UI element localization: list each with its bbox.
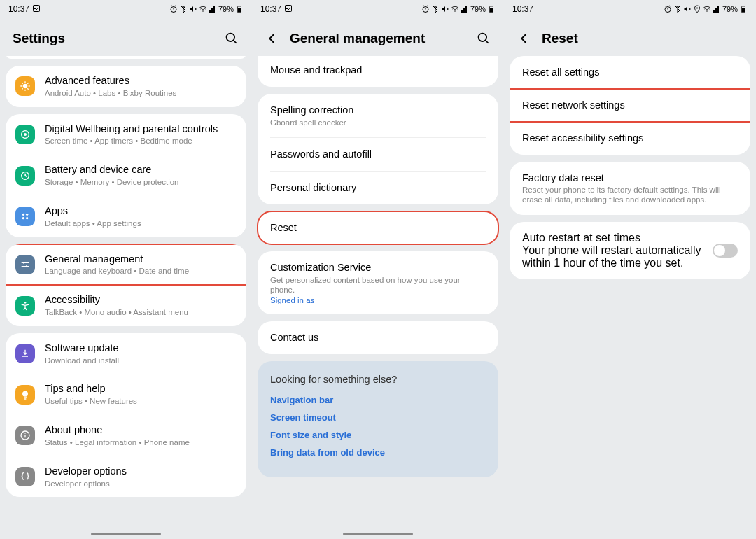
battery-icon — [235, 5, 244, 13]
star-icon — [15, 76, 35, 96]
header: General management — [252, 18, 504, 56]
page-title: Reset — [542, 31, 578, 46]
item-about[interactable]: About phoneStatus • Legal information • … — [6, 415, 246, 456]
apps-icon — [15, 206, 35, 226]
item-apps[interactable]: AppsDefault apps • App settings — [6, 196, 246, 237]
clock: 10:37 — [512, 4, 533, 14]
item-sub: Android Auto • Labs • Bixby Routines — [45, 89, 237, 99]
bluetooth-icon — [431, 5, 440, 13]
item-wellbeing[interactable]: Digital Wellbeing and parental controlsS… — [6, 114, 246, 155]
item-passwords[interactable]: Passwords and autofill — [258, 138, 498, 171]
item-title: Software update — [45, 342, 237, 355]
home-indicator[interactable] — [91, 533, 161, 536]
settings-group: General managementLanguage and keyboard … — [6, 244, 246, 326]
looking-link[interactable]: Navigation bar — [270, 395, 486, 405]
back-button[interactable] — [265, 31, 280, 46]
looking-link[interactable]: Font size and style — [270, 430, 486, 440]
mute-icon — [683, 5, 692, 13]
location-icon — [693, 5, 701, 13]
mute-icon — [189, 5, 197, 13]
item-dictionary[interactable]: Personal dictionary — [258, 172, 498, 204]
home-indicator[interactable] — [343, 533, 413, 536]
item-sub: TalkBack • Mono audio • Assistant menu — [45, 308, 237, 318]
item-title: Reset all settings — [522, 66, 738, 79]
item-title: Factory data reset — [522, 172, 738, 185]
accessibility-icon — [15, 296, 35, 316]
item-contact[interactable]: Contact us — [258, 321, 498, 354]
page-title: General management — [290, 31, 425, 46]
item-general-management[interactable]: General managementLanguage and keyboard … — [6, 244, 246, 286]
search-button[interactable] — [224, 31, 239, 46]
item-title: Developer options — [45, 465, 237, 478]
item-reset-all[interactable]: Reset all settings — [510, 56, 750, 89]
item-link[interactable]: Signed in as — [270, 296, 486, 304]
battery-pct: 79% — [722, 5, 738, 13]
item-developer[interactable]: Developer optionsDeveloper options — [6, 456, 246, 498]
svg-rect-20 — [286, 5, 292, 11]
item-sub: Download and install — [45, 356, 237, 366]
item-title: Accessibility — [45, 293, 237, 307]
svg-point-28 — [696, 8, 698, 9]
sliders-icon — [15, 255, 35, 274]
svg-point-9 — [24, 133, 27, 136]
item-title: Spelling correction — [270, 104, 486, 117]
item-title: Auto restart at set times — [522, 232, 706, 244]
battery-care-icon — [15, 166, 35, 186]
mute-icon — [441, 5, 449, 13]
looking-link[interactable]: Bring data from old device — [270, 447, 486, 458]
battery-icon — [739, 5, 748, 13]
svg-point-13 — [22, 217, 24, 219]
svg-rect-0 — [34, 5, 40, 11]
item-sub: Your phone will restart automatically wi… — [522, 244, 706, 270]
alarm-icon — [169, 5, 178, 13]
battery-pct: 79% — [218, 5, 234, 13]
item-sub: Default apps • App settings — [45, 219, 237, 229]
item-battery[interactable]: Battery and device careStorage • Memory … — [6, 155, 246, 196]
item-title: Passwords and autofill — [270, 148, 486, 161]
looking-for-card: Looking for something else? Navigation b… — [258, 361, 498, 477]
item-auto-restart[interactable]: Auto restart at set timesYour phone will… — [510, 222, 750, 279]
item-software-update[interactable]: Software updateDownload and install — [6, 333, 246, 374]
settings-group: Factory data resetReset your phone to it… — [510, 162, 750, 215]
alarm-icon — [664, 5, 672, 13]
svg-point-29 — [706, 10, 708, 12]
item-sub: Language and keyboard • Date and time — [45, 267, 237, 276]
svg-point-2 — [202, 10, 204, 12]
wifi-icon — [451, 5, 459, 13]
svg-point-17 — [24, 302, 27, 304]
battery-icon — [487, 5, 496, 13]
item-title: Mouse and trackpad — [270, 64, 486, 77]
search-button[interactable] — [476, 31, 491, 46]
status-bar: 10:37 79% — [0, 0, 252, 18]
item-customization[interactable]: Customization ServiceGet personalized co… — [258, 251, 498, 314]
toggle-auto-restart[interactable] — [713, 244, 738, 258]
looking-question: Looking for something else? — [270, 374, 486, 385]
signal-icon — [713, 5, 721, 13]
item-sub: Useful tips • New features — [45, 397, 237, 407]
item-accessibility[interactable]: AccessibilityTalkBack • Mono audio • Ass… — [6, 285, 246, 326]
item-tips[interactable]: Tips and helpUseful tips • New features — [6, 374, 246, 415]
signal-icon — [209, 5, 217, 13]
settings-group: Advanced featuresAndroid Auto • Labs • B… — [6, 66, 246, 107]
looking-link[interactable]: Screen timeout — [270, 412, 486, 423]
bluetooth-icon — [673, 5, 682, 13]
wifi-icon — [199, 5, 207, 13]
item-advanced-features[interactable]: Advanced featuresAndroid Auto • Labs • B… — [6, 66, 246, 107]
item-sub: Screen time • App timers • Bedtime mode — [45, 136, 237, 146]
settings-group: Customization ServiceGet personalized co… — [258, 251, 498, 314]
item-factory-reset[interactable]: Factory data resetReset your phone to it… — [510, 162, 750, 215]
item-sub: Reset your phone to its factory default … — [522, 186, 738, 205]
page-title: Settings — [13, 31, 65, 46]
item-mouse[interactable]: Mouse and trackpad — [258, 56, 498, 87]
svg-point-18 — [22, 391, 28, 396]
alarm-icon — [421, 5, 430, 13]
item-reset-accessibility[interactable]: Reset accessibility settings — [510, 122, 750, 155]
item-reset[interactable]: Reset — [258, 211, 498, 244]
item-spelling[interactable]: Spelling correctionGboard spell checker — [258, 94, 498, 138]
svg-point-22 — [454, 10, 456, 12]
back-button[interactable] — [517, 31, 532, 46]
clock: 10:37 — [260, 4, 281, 14]
svg-point-14 — [26, 217, 28, 219]
battery-pct: 79% — [470, 5, 486, 13]
item-reset-network[interactable]: Reset network settings — [510, 89, 750, 122]
